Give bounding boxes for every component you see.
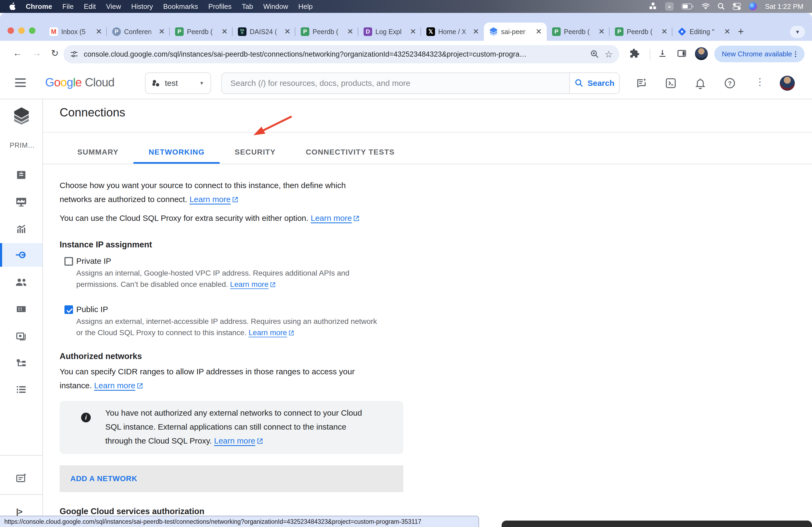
close-window-button[interactable]: [8, 27, 14, 34]
menubar-app-chrome[interactable]: Chrome: [26, 2, 52, 11]
tab-x-home[interactable]: 𝕏 Home / X ✕: [421, 22, 484, 41]
sidebar-item-operations[interactable]: [0, 378, 42, 402]
public-ip-label[interactable]: Public IP: [76, 305, 108, 314]
menubar-tab[interactable]: Tab: [242, 2, 253, 11]
sidebar-item-overview[interactable]: [0, 163, 42, 187]
notifications-bell-icon[interactable]: [694, 77, 706, 89]
tab-log-explorer[interactable]: D Log Expl ✕: [358, 22, 421, 41]
gcp-search-input[interactable]: Search (/) for resources, docs, products…: [221, 73, 569, 94]
tab-conference[interactable]: P Conferen ✕: [107, 22, 170, 41]
sidebar-item-query-insights[interactable]: [0, 217, 42, 240]
minimize-window-button[interactable]: [18, 27, 25, 34]
chrome-menu-icon[interactable]: ⋮: [792, 50, 799, 58]
learn-more-link[interactable]: Learn more: [249, 328, 294, 337]
battery-icon[interactable]: [682, 3, 694, 10]
menubar-edit[interactable]: Edit: [84, 2, 96, 11]
cloud-sql-favicon: [489, 27, 498, 36]
new-tab-button[interactable]: +: [738, 26, 744, 37]
sidebar-item-backups[interactable]: [0, 324, 42, 348]
bookmark-star-icon[interactable]: ☆: [605, 49, 613, 60]
tab-peerdb-2[interactable]: P Peerdb ( ✕: [295, 22, 358, 41]
navigation-menu-icon[interactable]: [15, 78, 26, 87]
release-notes-icon[interactable]: [635, 77, 647, 89]
menubar-window[interactable]: Window: [263, 2, 288, 11]
more-options-icon[interactable]: ⋮: [755, 76, 765, 88]
back-button[interactable]: ←: [13, 48, 22, 58]
private-ip-label[interactable]: Private IP: [76, 257, 111, 266]
collapse-sidebar-icon[interactable]: |>: [16, 507, 22, 516]
sidebar-item-databases[interactable]: [0, 297, 42, 321]
learn-more-link[interactable]: Learn more: [94, 381, 143, 390]
download-icon[interactable]: [657, 48, 668, 59]
close-icon[interactable]: ✕: [283, 28, 292, 35]
site-info-icon[interactable]: [70, 50, 78, 59]
close-icon[interactable]: ✕: [158, 28, 166, 35]
window-manager-icon[interactable]: [650, 3, 657, 10]
siri-icon[interactable]: [749, 2, 757, 11]
chrome-profile-avatar[interactable]: [695, 47, 708, 60]
chrome-window: M Inbox (5 ✕ P Conferen ✕ P Peerdb ( ✕ D…: [0, 13, 812, 527]
learn-more-link[interactable]: Learn more: [311, 214, 359, 223]
account-avatar[interactable]: [780, 76, 795, 91]
add-network-button[interactable]: ADD A NETWORK: [60, 465, 403, 492]
project-selector[interactable]: test ▼: [145, 73, 211, 94]
tab-summary[interactable]: SUMMARY: [62, 140, 133, 164]
menubar-bookmarks[interactable]: Bookmarks: [163, 2, 198, 11]
menubar-view[interactable]: View: [106, 2, 121, 11]
tab-peerdb-4[interactable]: P Peerdb ( ✕: [610, 22, 672, 41]
help-icon[interactable]: ?: [724, 77, 736, 89]
sidebar-item-users[interactable]: [0, 270, 42, 293]
tab-peerdb-1[interactable]: P Peerdb ( ✕: [170, 22, 233, 41]
learn-more-link[interactable]: Learn more: [190, 195, 238, 204]
sidebar-item-system-insights[interactable]: [0, 190, 42, 214]
zoom-page-icon[interactable]: [590, 50, 599, 59]
tab-editing[interactable]: Editing " ✕: [672, 22, 735, 41]
forward-button[interactable]: →: [32, 48, 41, 58]
sidebar-item-connections[interactable]: [0, 243, 42, 267]
learn-more-link[interactable]: Learn more: [230, 280, 276, 288]
menubar-clock[interactable]: Sat 1:22 PM: [765, 2, 803, 11]
tab-sai-peerdb-active[interactable]: sai-peer ✕: [484, 22, 547, 41]
cloud-shell-icon[interactable]: [665, 77, 677, 89]
new-chrome-available-button[interactable]: New Chrome available ⋮: [714, 46, 804, 62]
tab-gmail-inbox[interactable]: M Inbox (5 ✕: [44, 22, 107, 41]
address-bar[interactable]: console.cloud.google.com/sql/instances/s…: [63, 45, 619, 63]
control-center-icon[interactable]: [733, 3, 741, 10]
close-icon[interactable]: ✕: [346, 28, 354, 35]
apple-menu-icon[interactable]: [9, 2, 16, 11]
google-cloud-logo[interactable]: GoogleCloud: [45, 76, 114, 89]
url-text[interactable]: console.cloud.google.com/sql/instances/s…: [84, 50, 585, 59]
close-icon[interactable]: ✕: [660, 28, 669, 35]
zoom-window-button[interactable]: [29, 27, 35, 34]
tab-dais24[interactable]: DAIS DAIS24 ( ✕: [233, 22, 295, 41]
private-ip-checkbox[interactable]: [64, 257, 73, 266]
tab-search-button[interactable]: ▾: [790, 26, 805, 38]
tab-connectivity-tests[interactable]: CONNECTIVITY TESTS: [291, 140, 410, 164]
sidebar-item-release-notes[interactable]: [0, 466, 42, 490]
close-icon[interactable]: ✕: [535, 28, 543, 35]
close-icon[interactable]: ✕: [597, 28, 606, 35]
close-icon[interactable]: ✕: [472, 28, 480, 35]
menubar-file[interactable]: File: [62, 2, 74, 11]
wifi-icon[interactable]: [702, 3, 710, 10]
tab-security[interactable]: SECURITY: [220, 140, 291, 164]
close-icon[interactable]: ✕: [409, 28, 417, 35]
close-icon[interactable]: ✕: [723, 28, 731, 35]
chevron-down-icon: ▼: [199, 80, 204, 86]
extensions-icon[interactable]: [629, 48, 640, 59]
close-icon[interactable]: ✕: [95, 28, 103, 35]
gcp-search-button[interactable]: Search: [569, 73, 620, 94]
sidebar-item-replicas[interactable]: [0, 351, 42, 375]
close-icon[interactable]: ✕: [220, 28, 229, 35]
menubar-profiles[interactable]: Profiles: [208, 2, 232, 11]
learn-more-link[interactable]: Learn more: [214, 436, 263, 445]
public-ip-checkbox[interactable]: [64, 305, 73, 314]
menubar-history[interactable]: History: [131, 2, 153, 11]
menubar-app-icon[interactable]: ▲: [665, 2, 674, 11]
tab-peerdb-3[interactable]: P Peerdb ( ✕: [547, 22, 610, 41]
reload-button[interactable]: ↻: [51, 48, 59, 59]
side-panel-icon[interactable]: [677, 48, 687, 59]
spotlight-search-icon[interactable]: [718, 3, 725, 10]
tab-networking[interactable]: NETWORKING: [133, 140, 219, 164]
menubar-help[interactable]: Help: [298, 2, 313, 11]
